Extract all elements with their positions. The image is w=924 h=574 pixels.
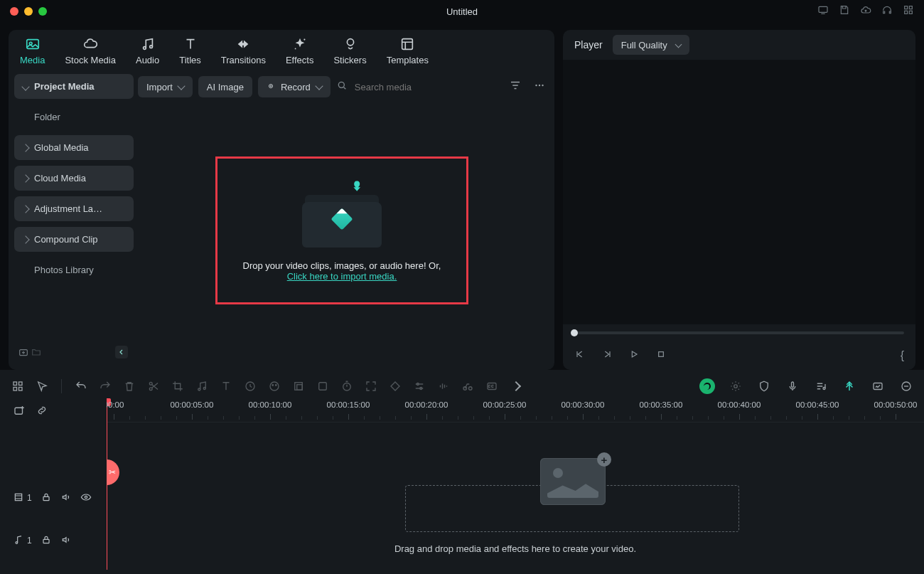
trash-icon[interactable]	[122, 378, 137, 394]
sidebar-item-folder[interactable]: Folder	[14, 105, 134, 129]
tab-media[interactable]: Media	[20, 36, 45, 65]
transition-icon	[235, 36, 251, 52]
import-button[interactable]: Import	[138, 76, 193, 97]
next-frame-icon[interactable]	[601, 349, 613, 363]
expand-icon[interactable]	[363, 378, 379, 394]
media-placeholder-thumb[interactable]: +	[540, 458, 606, 505]
media-sidebar: Project Media Folder Global Media Cloud …	[9, 67, 134, 370]
sidebar-item-adjustment-layer[interactable]: Adjustment La…	[14, 196, 134, 221]
more-icon[interactable]	[533, 79, 546, 95]
collapse-sidebar-icon[interactable]	[115, 346, 128, 358]
headset-icon[interactable]	[881, 4, 893, 18]
cc-icon[interactable]	[484, 378, 500, 394]
minimize-window-button[interactable]	[24, 7, 33, 16]
display-icon[interactable]	[817, 4, 829, 18]
tab-effects[interactable]: Effects	[286, 36, 314, 65]
speed-icon[interactable]	[242, 378, 258, 394]
title-icon[interactable]	[218, 378, 234, 394]
grid-icon[interactable]	[903, 4, 914, 18]
mask-icon[interactable]	[315, 378, 331, 394]
eq-icon[interactable]	[436, 378, 451, 394]
tab-stock-media[interactable]: Stock Media	[65, 36, 116, 65]
tree-icon[interactable]	[842, 378, 857, 394]
svg-rect-21	[14, 382, 17, 386]
music-list-icon[interactable]	[813, 378, 829, 394]
player-seek[interactable]	[563, 324, 915, 341]
tab-titles[interactable]: Titles	[179, 36, 201, 65]
media-search[interactable]	[336, 80, 503, 94]
mic-icon[interactable]	[785, 378, 800, 394]
music-icon[interactable]	[194, 378, 210, 394]
sticker-icon	[343, 36, 358, 52]
ruler-timestamp: 00:00:35:00	[640, 400, 683, 409]
close-window-button[interactable]	[10, 7, 18, 16]
shield-icon[interactable]	[756, 378, 772, 394]
tab-templates[interactable]: Templates	[387, 36, 429, 65]
caption-box-icon[interactable]	[870, 378, 886, 394]
bracket-icon[interactable]: {	[901, 349, 904, 362]
media-drop-area[interactable]: Drop your video clips, images, or audio …	[138, 100, 546, 361]
ruler-timestamp: 00:00:20:00	[405, 400, 448, 409]
greenscreen-icon[interactable]	[291, 378, 306, 394]
folder-icon[interactable]	[30, 346, 43, 358]
import-media-link[interactable]: Click here to import media.	[287, 271, 397, 282]
sidebar-item-compound-clip[interactable]: Compound Clip	[14, 227, 134, 252]
quality-select[interactable]: Full Quality	[613, 35, 689, 55]
bike-icon[interactable]	[460, 378, 476, 394]
cursor-icon[interactable]	[34, 378, 50, 394]
scissors-icon[interactable]	[146, 378, 161, 394]
ruler-timestamp: 00:00:30:00	[562, 400, 605, 409]
mute-icon[interactable]	[60, 534, 72, 548]
import-folder-illustration	[299, 184, 385, 248]
sidebar-item-global-media[interactable]: Global Media	[14, 135, 134, 160]
new-folder-icon[interactable]	[17, 346, 30, 358]
sidebar-item-cloud-media[interactable]: Cloud Media	[14, 166, 134, 191]
svg-rect-34	[297, 385, 303, 390]
ai-icon[interactable]	[699, 378, 715, 394]
play-icon[interactable]	[628, 349, 640, 363]
zoom-out-icon[interactable]	[898, 378, 914, 394]
sidebar-item-project-media[interactable]: Project Media	[14, 74, 134, 99]
svg-rect-43	[792, 382, 794, 388]
link-icon[interactable]	[36, 404, 48, 420]
svg-rect-48	[15, 494, 21, 500]
record-button[interactable]: Record	[258, 76, 331, 97]
tab-stickers[interactable]: Stickers	[333, 36, 366, 65]
add-track-icon[interactable]	[13, 404, 26, 420]
cloud-icon[interactable]	[860, 4, 871, 18]
crop-icon[interactable]	[170, 378, 186, 394]
sliders-icon[interactable]	[412, 378, 427, 394]
sun-icon[interactable]	[728, 378, 743, 394]
redo-icon[interactable]	[97, 378, 113, 394]
sidebar-item-photos-library[interactable]: Photos Library	[14, 257, 134, 282]
timer-icon[interactable]	[339, 378, 355, 394]
color-icon[interactable]	[267, 378, 282, 394]
mute-icon[interactable]	[60, 491, 72, 505]
svg-point-50	[85, 496, 87, 498]
add-media-icon[interactable]: +	[597, 452, 611, 467]
player-preview[interactable]	[563, 60, 915, 324]
lock-icon[interactable]	[41, 491, 52, 505]
more-tools-icon[interactable]	[508, 378, 524, 394]
player-label: Player	[574, 39, 603, 51]
layout-icon[interactable]	[10, 378, 26, 394]
search-input[interactable]	[353, 81, 481, 93]
undo-icon[interactable]	[73, 378, 89, 394]
stop-icon[interactable]	[655, 349, 667, 363]
ai-image-button[interactable]: AI Image	[198, 76, 252, 97]
filter-icon[interactable]	[509, 79, 522, 95]
tab-audio[interactable]: Audio	[136, 36, 159, 65]
tab-transitions[interactable]: Transitions	[221, 36, 266, 65]
lock-icon[interactable]	[41, 534, 52, 548]
svg-rect-0	[819, 6, 827, 12]
keyframe-icon[interactable]	[387, 378, 403, 394]
timeline-ruler[interactable]: 00:0000:00:05:0000:00:10:0000:00:15:0000…	[107, 398, 924, 422]
razor-marker[interactable]: ✂	[107, 459, 119, 485]
timeline-tracks-area[interactable]: 00:0000:00:05:0000:00:10:0000:00:15:0000…	[107, 398, 924, 570]
prev-frame-icon[interactable]	[574, 349, 586, 363]
player-panel: Player Full Quality {	[563, 30, 915, 370]
save-icon[interactable]	[839, 4, 850, 18]
eye-icon[interactable]	[80, 491, 92, 505]
zoom-window-button[interactable]	[38, 7, 47, 16]
svg-rect-49	[43, 496, 49, 500]
